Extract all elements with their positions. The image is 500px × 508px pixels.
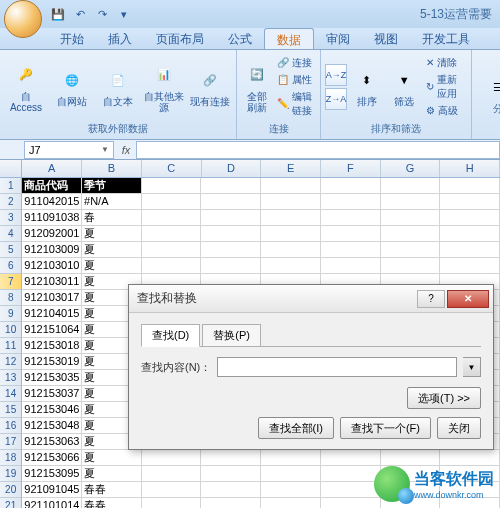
col-head-G[interactable]: G xyxy=(381,160,441,177)
cell[interactable] xyxy=(201,242,261,258)
cell[interactable] xyxy=(321,242,381,258)
cell[interactable]: 912103011 xyxy=(22,274,82,290)
fx-button[interactable]: fx xyxy=(118,142,134,158)
cell[interactable] xyxy=(201,194,261,210)
cell[interactable]: 911042015 xyxy=(22,194,82,210)
cell[interactable]: 911091038 xyxy=(22,210,82,226)
row-head[interactable]: 14 xyxy=(0,386,22,402)
cell[interactable] xyxy=(440,210,500,226)
text-columns-button[interactable]: ☰分 xyxy=(476,71,500,116)
sort-asc-button[interactable]: A→Z xyxy=(325,64,347,86)
cell[interactable] xyxy=(142,178,202,194)
formula-input[interactable] xyxy=(136,141,500,159)
cell[interactable] xyxy=(381,178,441,194)
cell[interactable]: 912103010 xyxy=(22,258,82,274)
reapply-button[interactable]: ↻重新应用 xyxy=(424,72,467,102)
clear-button[interactable]: ✕清除 xyxy=(424,55,467,71)
cell[interactable] xyxy=(321,258,381,274)
cell[interactable] xyxy=(142,466,202,482)
row-head[interactable]: 13 xyxy=(0,370,22,386)
cell[interactable]: 912103017 xyxy=(22,290,82,306)
cell[interactable] xyxy=(440,450,500,466)
cell[interactable] xyxy=(321,450,381,466)
undo-icon[interactable]: ↶ xyxy=(70,4,90,24)
cell[interactable] xyxy=(142,450,202,466)
cell[interactable] xyxy=(440,226,500,242)
cell[interactable] xyxy=(321,194,381,210)
cell[interactable] xyxy=(201,178,261,194)
row-head[interactable]: 11 xyxy=(0,338,22,354)
tab-view[interactable]: 视图 xyxy=(362,28,410,49)
sort-desc-button[interactable]: Z→A xyxy=(325,88,347,110)
cell[interactable] xyxy=(201,498,261,508)
row-head[interactable]: 10 xyxy=(0,322,22,338)
from-access-button[interactable]: 🔑自 Access xyxy=(4,59,48,115)
tab-home[interactable]: 开始 xyxy=(48,28,96,49)
from-other-button[interactable]: 📊自其他来源 xyxy=(142,59,186,115)
row-head[interactable]: 4 xyxy=(0,226,22,242)
cell[interactable]: 921091045 xyxy=(22,482,82,498)
cell[interactable] xyxy=(142,226,202,242)
col-head-A[interactable]: A xyxy=(22,160,82,177)
row-head[interactable]: 12 xyxy=(0,354,22,370)
cell[interactable]: 912153035 xyxy=(22,370,82,386)
dialog-close-button[interactable]: ✕ xyxy=(447,290,489,308)
find-all-button[interactable]: 查找全部(I) xyxy=(258,417,334,439)
cell[interactable] xyxy=(261,466,321,482)
tab-data[interactable]: 数据 xyxy=(264,28,314,49)
row-head[interactable]: 5 xyxy=(0,242,22,258)
row-head[interactable]: 19 xyxy=(0,466,22,482)
cell[interactable]: 夏 xyxy=(82,226,142,242)
cell[interactable] xyxy=(261,482,321,498)
row-head[interactable]: 2 xyxy=(0,194,22,210)
cell[interactable] xyxy=(142,242,202,258)
cell[interactable] xyxy=(381,242,441,258)
cell[interactable] xyxy=(440,178,500,194)
cell[interactable] xyxy=(261,210,321,226)
cell[interactable]: 夏 xyxy=(82,466,142,482)
row-head[interactable]: 3 xyxy=(0,210,22,226)
cell[interactable] xyxy=(201,258,261,274)
dialog-help-button[interactable]: ? xyxy=(417,290,445,308)
cell[interactable] xyxy=(261,242,321,258)
cell[interactable] xyxy=(440,242,500,258)
cell[interactable]: 春春 xyxy=(82,498,142,508)
replace-tab[interactable]: 替换(P) xyxy=(202,324,261,347)
cell[interactable] xyxy=(261,498,321,508)
find-dropdown-icon[interactable]: ▼ xyxy=(463,357,481,377)
properties-button[interactable]: 📋属性 xyxy=(275,72,316,88)
name-box[interactable]: J7 ▼ xyxy=(24,141,114,159)
cell[interactable]: 912104015 xyxy=(22,306,82,322)
dialog-titlebar[interactable]: 查找和替换 ? ✕ xyxy=(129,285,493,313)
row-head[interactable]: 21 xyxy=(0,498,22,508)
cell[interactable] xyxy=(142,194,202,210)
cell[interactable]: 夏 xyxy=(82,242,142,258)
tab-formulas[interactable]: 公式 xyxy=(216,28,264,49)
cell[interactable]: 912153019 xyxy=(22,354,82,370)
cell[interactable]: 912153095 xyxy=(22,466,82,482)
row-head[interactable]: 15 xyxy=(0,402,22,418)
cell[interactable] xyxy=(261,226,321,242)
find-tab[interactable]: 查找(D) xyxy=(141,324,200,347)
cell[interactable]: 912153046 xyxy=(22,402,82,418)
cell[interactable]: 912153018 xyxy=(22,338,82,354)
find-next-button[interactable]: 查找下一个(F) xyxy=(340,417,431,439)
cell[interactable]: 912153048 xyxy=(22,418,82,434)
cell[interactable] xyxy=(381,194,441,210)
tab-review[interactable]: 审阅 xyxy=(314,28,362,49)
cell[interactable] xyxy=(201,466,261,482)
qat-more-icon[interactable]: ▾ xyxy=(114,4,134,24)
col-head-B[interactable]: B xyxy=(82,160,142,177)
filter-button[interactable]: ▼筛选 xyxy=(386,64,421,109)
col-head-E[interactable]: E xyxy=(261,160,321,177)
row-head[interactable]: 20 xyxy=(0,482,22,498)
sort-button[interactable]: ⬍排序 xyxy=(349,64,384,109)
cell[interactable]: 912153063 xyxy=(22,434,82,450)
cell[interactable] xyxy=(201,450,261,466)
cell[interactable] xyxy=(321,498,381,508)
cell[interactable] xyxy=(201,210,261,226)
cell[interactable] xyxy=(261,178,321,194)
cell[interactable] xyxy=(321,178,381,194)
from-web-button[interactable]: 🌐自网站 xyxy=(50,64,94,109)
cell[interactable]: 912153066 xyxy=(22,450,82,466)
